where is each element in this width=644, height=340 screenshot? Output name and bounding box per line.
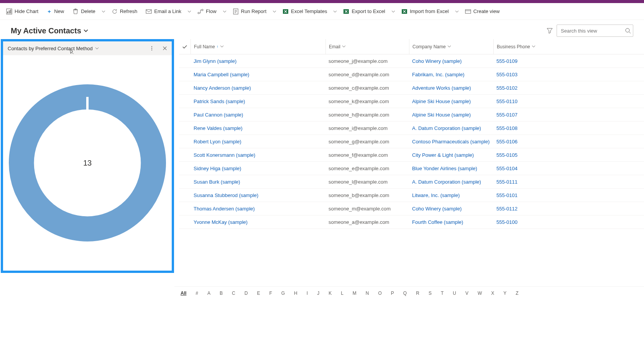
cell-email[interactable]: someone_d@example.com	[325, 72, 409, 77]
cell-fullname[interactable]: Robert Lyon (sample)	[191, 139, 325, 145]
export-excel-split[interactable]	[390, 7, 397, 16]
jump-q[interactable]: Q	[403, 291, 407, 296]
cell-fullname[interactable]: Susan Burk (sample)	[191, 179, 325, 185]
cell-phone[interactable]: 555-0104	[493, 166, 562, 171]
cell-email[interactable]: someone_f@example.com	[325, 152, 409, 158]
cell-email[interactable]: someone_i@example.com	[325, 125, 409, 131]
cell-company[interactable]: City Power & Light (sample)	[409, 152, 493, 158]
jump-a[interactable]: A	[207, 291, 210, 296]
cell-phone[interactable]: 555-0110	[493, 99, 562, 104]
select-all-checkbox[interactable]	[179, 44, 191, 49]
cell-phone[interactable]: 555-0108	[493, 125, 562, 131]
jump-z[interactable]: Z	[516, 291, 518, 296]
cell-fullname[interactable]: Sidney Higa (sample)	[191, 166, 325, 171]
donut-chart[interactable]: 13	[9, 84, 166, 241]
jump-o[interactable]: O	[378, 291, 382, 296]
cell-email[interactable]: someone_g@example.com	[325, 139, 409, 145]
cell-phone[interactable]: 555-0112	[493, 206, 562, 212]
col-company[interactable]: Company Name	[409, 39, 493, 54]
filter-icon[interactable]	[547, 28, 553, 34]
export-excel-button[interactable]: Export to Excel	[339, 6, 389, 17]
jump-s[interactable]: S	[429, 291, 432, 296]
table-row[interactable]: Jim Glynn (sample)someone_j@example.comC…	[179, 54, 644, 68]
cell-email[interactable]: someone_m@example.com	[325, 206, 409, 212]
refresh-button[interactable]: Refresh	[108, 6, 141, 17]
jump-t[interactable]: T	[441, 291, 444, 296]
excel-templates-split[interactable]	[332, 7, 338, 16]
cell-company[interactable]: Alpine Ski House (sample)	[409, 99, 493, 104]
import-excel-split[interactable]	[453, 7, 460, 16]
jump-u[interactable]: U	[453, 291, 456, 296]
create-view-button[interactable]: Create view	[461, 6, 504, 17]
delete-button[interactable]: Delete	[69, 6, 99, 17]
new-button[interactable]: ＋ New	[43, 6, 68, 17]
cell-phone[interactable]: 555-0107	[493, 112, 562, 118]
excel-templates-button[interactable]: Excel Templates	[279, 6, 331, 17]
cell-email[interactable]: someone_k@example.com	[325, 99, 409, 104]
jump-m[interactable]: M	[353, 291, 356, 296]
cell-fullname[interactable]: Thomas Andersen (sample)	[191, 206, 325, 212]
col-phone[interactable]: Business Phone	[493, 39, 562, 54]
flow-button[interactable]: Flow	[194, 6, 220, 17]
cell-email[interactable]: someone_c@example.com	[325, 85, 409, 91]
cell-company[interactable]: Fourth Coffee (sample)	[409, 219, 493, 225]
jump-n[interactable]: N	[366, 291, 369, 296]
jump-x[interactable]: X	[491, 291, 494, 296]
cell-company[interactable]: Coho Winery (sample)	[409, 206, 493, 212]
col-email[interactable]: Email	[325, 39, 409, 54]
cell-company[interactable]: Fabrikam, Inc. (sample)	[409, 72, 493, 77]
jump-e[interactable]: E	[257, 291, 260, 296]
table-row[interactable]: Susanna Stubberod (sample)someone_b@exam…	[179, 189, 644, 202]
jump-r[interactable]: R	[416, 291, 419, 296]
jump-j[interactable]: J	[317, 291, 319, 296]
cell-email[interactable]: someone_b@example.com	[325, 192, 409, 198]
jump-d[interactable]: D	[245, 291, 248, 296]
cell-phone[interactable]: 555-0102	[493, 85, 562, 91]
jump-#[interactable]: #	[196, 291, 198, 296]
import-excel-button[interactable]: Import from Excel	[398, 6, 453, 17]
cell-fullname[interactable]: Jim Glynn (sample)	[191, 58, 325, 64]
run-report-split[interactable]	[271, 7, 278, 16]
cell-phone[interactable]: 555-0101	[493, 192, 562, 198]
cell-fullname[interactable]: Scott Konersmann (sample)	[191, 152, 325, 158]
cell-fullname[interactable]: Susanna Stubberod (sample)	[191, 192, 325, 198]
jump-b[interactable]: B	[220, 291, 223, 296]
table-row[interactable]: Sidney Higa (sample)someone_e@example.co…	[179, 162, 644, 175]
cell-company[interactable]: Alpine Ski House (sample)	[409, 112, 493, 118]
flow-split[interactable]	[221, 7, 228, 16]
cell-company[interactable]: Blue Yonder Airlines (sample)	[409, 166, 493, 171]
search-input[interactable]	[557, 25, 633, 37]
run-report-button[interactable]: Run Report	[229, 6, 270, 17]
table-row[interactable]: Patrick Sands (sample)someone_k@example.…	[179, 95, 644, 108]
table-row[interactable]: Robert Lyon (sample)someone_g@example.co…	[179, 135, 644, 148]
jump-v[interactable]: V	[465, 291, 468, 296]
cell-email[interactable]: someone_e@example.com	[325, 166, 409, 171]
delete-split[interactable]	[100, 7, 107, 16]
cell-phone[interactable]: 555-0105	[493, 152, 562, 158]
cell-email[interactable]: someone_j@example.com	[325, 58, 409, 64]
jump-k[interactable]: K	[329, 291, 332, 296]
table-row[interactable]: Maria Campbell (sample)someone_d@example…	[179, 68, 644, 81]
jump-c[interactable]: C	[232, 291, 235, 296]
jump-l[interactable]: L	[341, 291, 343, 296]
jump-i[interactable]: I	[307, 291, 308, 296]
jump-p[interactable]: P	[391, 291, 394, 296]
jump-w[interactable]: W	[478, 291, 482, 296]
table-row[interactable]: Nancy Anderson (sample)someone_c@example…	[179, 81, 644, 95]
cell-company[interactable]: Adventure Works (sample)	[409, 85, 493, 91]
cell-company[interactable]: A. Datum Corporation (sample)	[409, 179, 493, 185]
cell-fullname[interactable]: Patrick Sands (sample)	[191, 99, 325, 104]
cell-company[interactable]: A. Datum Corporation (sample)	[409, 125, 493, 131]
table-row[interactable]: Scott Konersmann (sample)someone_f@examp…	[179, 148, 644, 162]
jump-h[interactable]: H	[294, 291, 297, 296]
cell-fullname[interactable]: Paul Cannon (sample)	[191, 112, 325, 118]
table-row[interactable]: Yvonne McKay (sample)someone_a@example.c…	[179, 215, 644, 229]
table-row[interactable]: Rene Valdes (sample)someone_i@example.co…	[179, 122, 644, 135]
jump-y[interactable]: Y	[503, 291, 506, 296]
cell-phone[interactable]: 555-0103	[493, 72, 562, 77]
cell-email[interactable]: someone_l@example.com	[325, 179, 409, 185]
cell-company[interactable]: Contoso Pharmaceuticals (sample)	[409, 139, 493, 145]
chart-selector[interactable]: Contacts by Preferred Contact Method	[8, 46, 99, 51]
search-box[interactable]	[557, 25, 633, 37]
cell-phone[interactable]: 555-0109	[493, 58, 562, 64]
